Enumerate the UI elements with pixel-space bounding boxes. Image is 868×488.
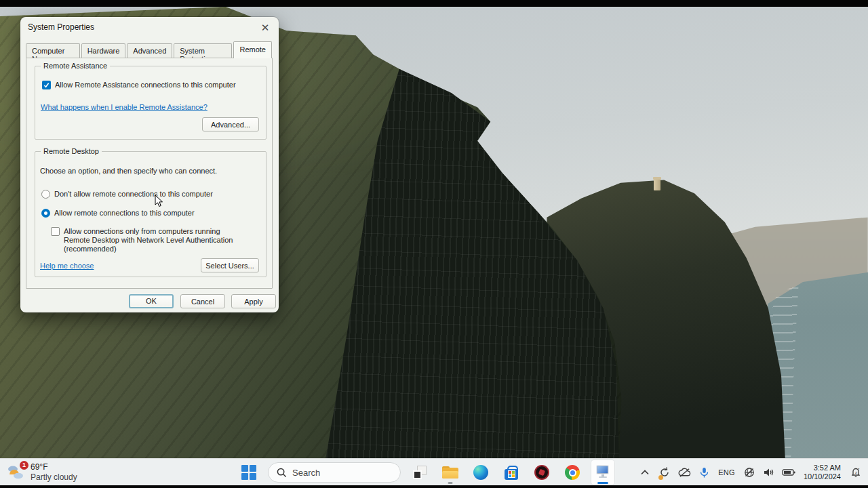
remote-assistance-group-title: Remote Assistance	[41, 62, 110, 70]
allow-remote-assistance-checkbox[interactable]	[42, 81, 51, 89]
nla-option-row[interactable]: Allow connections only from computers ru…	[51, 227, 248, 253]
tab-computer-name[interactable]: Computer Name	[26, 43, 80, 58]
select-users-button[interactable]: Select Users...	[201, 258, 259, 272]
microphone-icon[interactable]	[697, 462, 711, 483]
edge-icon	[473, 465, 488, 480]
remote-desktop-group: Remote Desktop Choose an option, and the…	[35, 151, 267, 277]
allow-label: Allow remote connections to this compute…	[54, 209, 195, 218]
tab-hardware[interactable]: Hardware	[81, 43, 126, 58]
clock-time: 3:52 AM	[814, 464, 841, 472]
ok-button[interactable]: OK	[129, 294, 174, 308]
dont-allow-label: Don't allow remote connections to this c…	[54, 190, 213, 199]
red-circle-app-icon	[534, 465, 549, 480]
dialog-title: System Properties	[28, 22, 94, 32]
start-button[interactable]	[237, 461, 260, 484]
file-explorer-icon	[442, 466, 458, 479]
globe-no-internet-icon[interactable]	[743, 462, 756, 483]
dialog-titlebar[interactable]: System Properties ✕	[20, 17, 279, 37]
taskbar: 1 69°F Partly cloudy	[0, 458, 868, 485]
tab-remote[interactable]: Remote	[233, 41, 272, 58]
dont-allow-option-row[interactable]: Don't allow remote connections to this c…	[41, 190, 258, 199]
remote-assistance-help-link[interactable]: What happens when I enable Remote Assist…	[41, 103, 208, 111]
windows-logo-icon	[241, 465, 256, 480]
svg-text:z: z	[858, 468, 860, 471]
chrome-icon	[565, 465, 580, 480]
remote-tab-panel: Remote Assistance Allow Remote Assistanc…	[26, 58, 273, 289]
advanced-button[interactable]: Advanced...	[202, 117, 259, 131]
battery-icon[interactable]	[782, 462, 795, 483]
remote-assistance-group: Remote Assistance Allow Remote Assistanc…	[35, 66, 267, 140]
cancel-button[interactable]: Cancel	[180, 294, 225, 308]
desktop-screen: System Properties ✕ Computer Name Hardwa…	[0, 0, 868, 488]
weather-temperature: 69°F	[31, 462, 77, 472]
tab-advanced[interactable]: Advanced	[127, 43, 172, 58]
clock-date: 10/10/2024	[804, 472, 841, 481]
search-input[interactable]	[292, 468, 380, 478]
allow-option-row[interactable]: Allow remote connections to this compute…	[41, 209, 258, 218]
partly-cloudy-icon: 1	[7, 464, 26, 481]
file-explorer-button[interactable]	[439, 460, 462, 485]
taskbar-search[interactable]	[268, 462, 401, 483]
weather-text: 69°F Partly cloudy	[31, 462, 77, 483]
system-tray: ENG 3:52 AM 10/10/2024 zz	[638, 459, 863, 486]
notification-badge: 1	[20, 461, 28, 470]
close-icon[interactable]: ✕	[258, 20, 273, 35]
system-properties-taskbar-button[interactable]	[591, 460, 614, 485]
onedrive-offline-icon[interactable]	[677, 462, 691, 483]
tab-system-protection[interactable]: System Protection	[174, 43, 232, 58]
language-indicator[interactable]: ENG	[717, 468, 736, 476]
letterbox-bottom	[0, 485, 868, 488]
do-not-disturb-bell-icon[interactable]: zz	[849, 462, 863, 483]
task-view-button[interactable]	[408, 460, 431, 485]
dialog-tab-strip: Computer Name Hardware Advanced System P…	[26, 42, 273, 58]
store-icon	[505, 469, 518, 480]
running-indicator	[448, 482, 453, 484]
sync-alert-dot	[658, 475, 663, 480]
letterbox-top	[0, 0, 868, 7]
nla-label: Allow connections only from computers ru…	[64, 227, 245, 253]
task-view-icon	[413, 466, 427, 479]
weather-widget[interactable]: 1 69°F Partly cloudy	[7, 461, 77, 484]
microsoft-edge-button[interactable]	[469, 460, 492, 485]
chevron-up-icon[interactable]	[638, 462, 652, 483]
active-window-indicator	[597, 482, 608, 484]
search-icon	[277, 468, 287, 478]
remote-desktop-instruction: Choose an option, and then specify who c…	[40, 167, 217, 176]
weather-condition: Partly cloudy	[31, 472, 77, 483]
apply-button[interactable]: Apply	[231, 294, 276, 308]
dont-allow-radio[interactable]	[41, 190, 50, 199]
system-properties-dialog: System Properties ✕ Computer Name Hardwa…	[20, 17, 279, 312]
allow-remote-assistance-row[interactable]: Allow Remote Assistance connections to t…	[42, 81, 259, 89]
system-properties-icon	[595, 466, 610, 479]
red-circle-app-button[interactable]	[530, 460, 553, 485]
google-chrome-button[interactable]	[561, 460, 584, 485]
taskbar-clock[interactable]: 3:52 AM 10/10/2024	[802, 464, 843, 481]
volume-icon[interactable]	[762, 462, 776, 483]
microsoft-store-button[interactable]	[500, 460, 523, 485]
wallpaper-tower	[654, 179, 660, 190]
remote-desktop-group-title: Remote Desktop	[41, 147, 102, 155]
taskbar-center	[237, 459, 614, 486]
allow-remote-assistance-label: Allow Remote Assistance connections to t…	[55, 81, 236, 89]
nla-checkbox[interactable]	[51, 227, 60, 236]
sync-pending-icon[interactable]	[658, 462, 671, 483]
allow-radio[interactable]	[41, 209, 50, 218]
mouse-cursor	[155, 195, 164, 211]
help-me-choose-link[interactable]: Help me choose	[40, 262, 94, 270]
svg-text:z: z	[855, 470, 857, 474]
